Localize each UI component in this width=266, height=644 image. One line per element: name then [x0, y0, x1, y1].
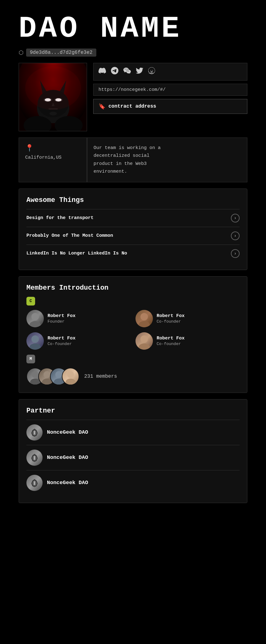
- members-section: Members Introduction C Robert Fox Founde…: [19, 276, 247, 393]
- location-box: 📍 California,US: [19, 138, 87, 182]
- svg-point-24: [139, 343, 150, 350]
- member-info-1: Robert Fox Founder: [48, 313, 76, 324]
- svg-point-27: [44, 371, 50, 378]
- avatar-overlap-group: [26, 368, 79, 385]
- wallet-address[interactable]: 9de3d8a...d7d2g6fe3e2: [26, 49, 96, 57]
- partner-avatar-1: [26, 424, 43, 441]
- svg-rect-35: [34, 431, 35, 434]
- member-avatar-1: [26, 310, 44, 327]
- svg-point-29: [55, 371, 62, 378]
- awesome-things-title: Awesome Things: [26, 196, 240, 204]
- right-panel: https://noncegeek.com/#/ 🔖 contract addr…: [93, 63, 247, 131]
- svg-point-19: [140, 313, 148, 320]
- address-bar: ⬡ 9de3d8a...d7d2g6fe3e2: [19, 49, 247, 57]
- social-icons-row: [93, 63, 247, 81]
- wechat-icon[interactable]: [123, 67, 131, 77]
- partner-item-1[interactable]: NonceGeek DAO: [26, 420, 240, 445]
- member-badge: M: [26, 355, 35, 363]
- location-pin-icon: 📍: [25, 144, 34, 152]
- svg-rect-38: [34, 456, 35, 460]
- dao-avatar: [19, 63, 87, 131]
- url-display[interactable]: https://noncegeek.com/#/: [93, 84, 247, 96]
- svg-point-32: [66, 379, 76, 385]
- chevron-right-icon-2: ›: [231, 231, 240, 240]
- dao-title: DAO NAME: [19, 12, 247, 45]
- bookmark-icon: 🔖: [99, 103, 105, 110]
- svg-point-18: [30, 321, 41, 327]
- bottom-profile-row: 📍 California,US Our team is working on a…: [19, 138, 247, 182]
- svg-point-20: [139, 321, 150, 327]
- partner-avatar-3: [26, 475, 43, 491]
- location-text: California,US: [25, 155, 62, 160]
- chevron-right-icon-1: ›: [231, 214, 240, 222]
- members-intro-title: Members Introduction: [26, 284, 240, 292]
- council-member-1[interactable]: Robert Fox Founder: [26, 310, 131, 327]
- council-member-2[interactable]: Robert Fox Co-founder: [135, 310, 240, 327]
- profile-section: https://noncegeek.com/#/ 🔖 contract addr…: [19, 63, 247, 131]
- member-avatar-2: [135, 310, 153, 327]
- contract-address-button[interactable]: 🔖 contract address: [93, 99, 247, 114]
- partner-item-3[interactable]: NonceGeek DAO: [26, 470, 240, 495]
- svg-point-31: [67, 371, 74, 378]
- members-count-text: 231 members: [84, 374, 117, 379]
- svg-point-16: [25, 66, 81, 110]
- partner-item-2[interactable]: NonceGeek DAO: [26, 445, 240, 470]
- svg-point-23: [140, 335, 148, 343]
- svg-point-17: [31, 313, 39, 320]
- partner-avatar-2: [26, 450, 43, 466]
- member-info-2: Robert Fox Co-founder: [157, 313, 185, 324]
- members-row-overlap: 231 members: [26, 368, 240, 385]
- member-avatar-3: [26, 332, 44, 350]
- description-box: Our team is working on a decentralized s…: [87, 138, 247, 182]
- partner-title: Partner: [26, 407, 240, 415]
- svg-point-21: [31, 335, 39, 343]
- awesome-thing-item-3[interactable]: LinkedIn Is No Longer LinkedIn Is No ›: [26, 245, 240, 262]
- overlap-avatar-4: [62, 368, 79, 385]
- council-members-grid: Robert Fox Founder Robert Fox Co-founder…: [26, 310, 240, 350]
- ethereum-icon: ⬡: [19, 49, 24, 56]
- council-badge: C: [26, 297, 35, 306]
- twitter-icon[interactable]: [136, 67, 143, 77]
- partner-section: Partner NonceGeek DAO NonceGeek DAO: [19, 399, 247, 503]
- svg-rect-41: [34, 481, 35, 485]
- telegram-icon[interactable]: [111, 67, 118, 77]
- member-avatar-4: [135, 332, 153, 350]
- svg-point-25: [32, 371, 39, 378]
- chevron-right-icon-3: ›: [231, 249, 240, 258]
- awesome-things-section: Awesome Things Design for the transport …: [19, 189, 247, 270]
- description-text: Our team is working on a decentralized s…: [94, 145, 161, 175]
- council-member-4[interactable]: Robert Fox Co-founder: [135, 332, 240, 350]
- council-member-3[interactable]: Robert Fox Co-founder: [26, 332, 131, 350]
- ghost-icon[interactable]: [148, 67, 155, 76]
- member-info-4: Robert Fox Co-founder: [157, 336, 185, 346]
- svg-point-22: [30, 343, 41, 350]
- discord-icon[interactable]: [99, 67, 106, 77]
- svg-point-13: [49, 112, 57, 115]
- awesome-thing-item-2[interactable]: Probably One of The Most Common ›: [26, 227, 240, 245]
- awesome-thing-item-1[interactable]: Design for the transport ›: [26, 209, 240, 227]
- member-info-3: Robert Fox Co-founder: [48, 336, 76, 346]
